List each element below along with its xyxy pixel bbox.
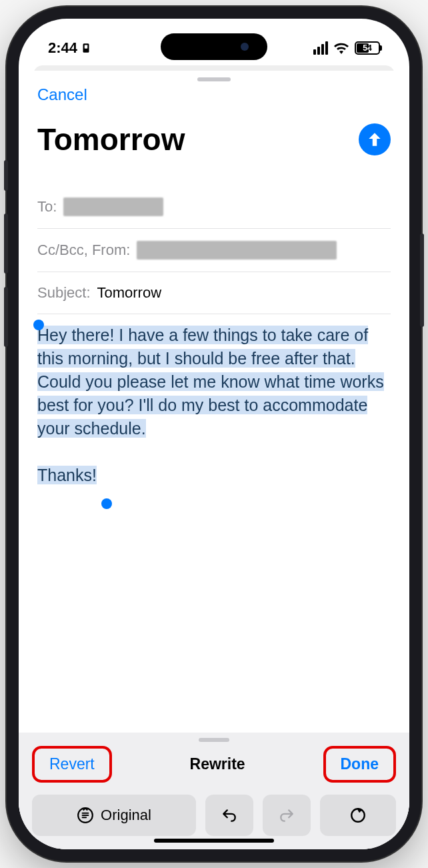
to-field[interactable]: To:	[37, 185, 391, 229]
redo-button[interactable]	[263, 795, 311, 836]
power-button	[420, 234, 424, 327]
dynamic-island	[161, 33, 267, 60]
svg-point-3	[351, 809, 365, 822]
send-button[interactable]	[359, 123, 391, 155]
body-paragraph-1: Hey there! I have a few things to take c…	[37, 326, 384, 438]
revert-highlight: Revert	[32, 746, 112, 783]
to-value-redacted	[63, 197, 163, 216]
compose-title: Tomorrow	[37, 121, 185, 157]
volume-down-button	[4, 287, 8, 347]
ccbcc-label: Cc/Bcc, From:	[37, 242, 130, 259]
home-indicator[interactable]	[154, 839, 274, 843]
done-button[interactable]: Done	[333, 751, 387, 777]
original-icon	[77, 807, 94, 824]
undo-icon	[221, 807, 238, 824]
phone-frame: 2:44 54 Cancel Tomorrow	[7, 7, 421, 861]
battery-percentage: 54	[363, 43, 371, 53]
selection-handle-end[interactable]	[101, 498, 112, 509]
done-highlight: Done	[323, 746, 397, 783]
rewrite-grabber[interactable]	[199, 738, 229, 742]
email-body[interactable]: Hey there! I have a few things to take c…	[19, 314, 409, 733]
arrow-up-icon	[366, 131, 383, 148]
revert-button[interactable]: Revert	[41, 751, 103, 777]
status-time: 2:44	[48, 39, 77, 57]
subject-label: Subject:	[37, 284, 91, 302]
regenerate-icon	[349, 807, 367, 824]
from-value-redacted	[137, 241, 337, 260]
orientation-lock-icon	[80, 42, 92, 54]
selection-handle-start[interactable]	[33, 320, 44, 330]
original-button[interactable]: Original	[32, 795, 196, 836]
regenerate-button[interactable]	[320, 795, 396, 836]
volume-up-button	[4, 213, 8, 274]
screen: 2:44 54 Cancel Tomorrow	[19, 19, 409, 849]
compose-sheet: Cancel Tomorrow To: Cc/Bcc, From: Sub	[19, 71, 409, 849]
cancel-button[interactable]: Cancel	[37, 85, 87, 104]
subject-field[interactable]: Subject: Tomorrow	[37, 272, 391, 314]
rewrite-panel: Revert Rewrite Done Original	[19, 733, 409, 849]
subject-value: Tomorrow	[97, 284, 162, 302]
battery-icon: 54	[355, 41, 380, 55]
ccbcc-from-field[interactable]: Cc/Bcc, From:	[37, 229, 391, 272]
to-label: To:	[37, 198, 57, 215]
undo-button[interactable]	[205, 795, 253, 836]
wifi-icon	[333, 42, 349, 54]
original-label: Original	[101, 807, 151, 824]
body-paragraph-2: Thanks!	[37, 466, 97, 484]
svg-rect-1	[85, 45, 88, 49]
redo-icon	[278, 807, 295, 824]
silent-switch	[4, 160, 8, 191]
rewrite-title: Rewrite	[190, 755, 245, 773]
cellular-signal-icon	[313, 41, 328, 55]
